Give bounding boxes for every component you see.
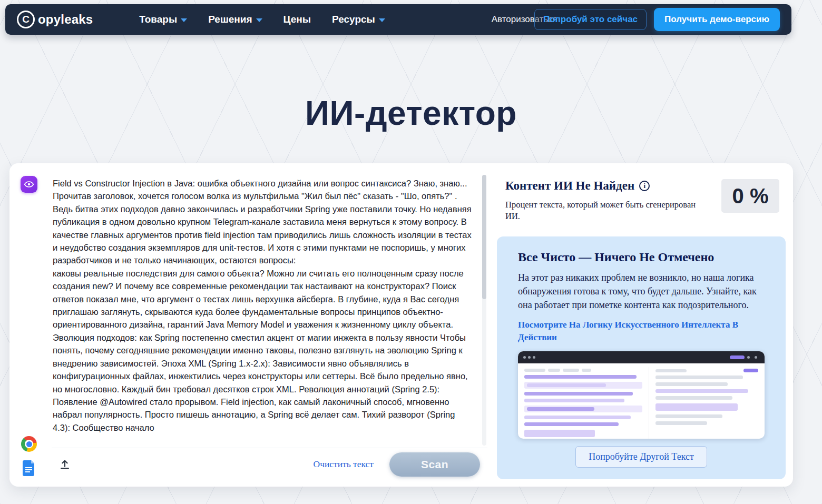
upload-file-button[interactable] <box>56 456 74 473</box>
main-nav: Товары Решения Цены Ресурсы <box>139 14 385 25</box>
mock-browser-bar <box>518 351 765 363</box>
get-demo-button[interactable]: Получить демо-версию <box>654 8 780 31</box>
chevron-down-icon <box>181 18 187 22</box>
ai-logic-link[interactable]: Посмотрите На Логику Искусственного Инте… <box>518 319 765 344</box>
ai-percent-value: 0 % <box>732 184 769 208</box>
results-header-text: Контент ИИ Не Найден i Процент текста, к… <box>505 179 721 223</box>
results-heading: Контент ИИ Не Найден <box>505 179 634 193</box>
clear-text-button[interactable]: Очистить текст <box>314 459 374 470</box>
upload-icon <box>59 459 71 470</box>
results-description: Процент текста, который может быть сгене… <box>505 199 712 223</box>
nav-item-label: Цены <box>283 14 311 25</box>
ai-detector-card: Field vs Constructor Injection в Java: о… <box>9 163 793 487</box>
try-now-button[interactable]: Попробуй это сейчас <box>534 9 647 30</box>
copyleaks-logo[interactable]: C opyleaks <box>17 11 93 28</box>
scan-button[interactable]: Scan <box>389 452 480 477</box>
try-another-text-button[interactable]: Попробуйте Другой Текст <box>575 446 707 468</box>
eye-icon <box>24 179 34 190</box>
nav-item-solutions[interactable]: Решения <box>208 14 262 25</box>
ai-percent-box: 0 % <box>721 179 779 213</box>
scrollbar-thumb[interactable] <box>482 175 486 299</box>
page-root: C opyleaks Товары Решения Цены Ресурсы А… <box>0 0 822 504</box>
textarea-wrap: Field vs Constructor Injection в Java: о… <box>52 173 487 448</box>
text-input[interactable]: Field vs Constructor Injection в Java: о… <box>52 173 487 448</box>
all-clear-card: Все Чисто — Ничего Не Отмечено На этот р… <box>497 236 786 479</box>
page-title: ИИ-детектор <box>0 94 822 133</box>
mock-browser-body <box>518 363 765 439</box>
nav-item-resources[interactable]: Ресурсы <box>332 14 385 25</box>
chrome-extension-icon[interactable] <box>21 436 37 452</box>
logo-c-icon: C <box>17 11 35 28</box>
nav-item-label: Решения <box>208 14 252 25</box>
results-header: Контент ИИ Не Найден i Процент текста, к… <box>497 175 786 223</box>
result-preview-image <box>518 351 765 439</box>
nav-item-label: Ресурсы <box>332 14 375 25</box>
google-docs-icon[interactable] <box>23 460 35 476</box>
all-clear-title: Все Чисто — Ничего Не Отмечено <box>518 250 765 264</box>
chevron-down-icon <box>256 18 262 22</box>
nav-item-pricing[interactable]: Цены <box>283 14 311 25</box>
navbar-actions: Авторизоваться Попробуй это сейчас Получ… <box>492 8 780 31</box>
scanner-text-panel: Field vs Constructor Injection в Java: о… <box>44 170 492 480</box>
logo-text: opyleaks <box>38 12 93 27</box>
preview-toggle-button[interactable] <box>21 176 37 193</box>
navbar: C opyleaks Товары Решения Цены Ресурсы А… <box>5 4 791 35</box>
icon-rail <box>14 170 44 480</box>
info-icon[interactable]: i <box>639 181 650 191</box>
chevron-down-icon <box>379 18 385 22</box>
textarea-scrollbar[interactable] <box>482 175 486 446</box>
all-clear-body: На этот раз никаких проблем не возникло,… <box>518 271 765 312</box>
integration-icons <box>21 436 37 476</box>
nav-item-label: Товары <box>139 14 177 25</box>
nav-item-products[interactable]: Товары <box>139 14 187 25</box>
scanner-footer: Очистить текст Scan <box>52 448 487 480</box>
results-panel: Контент ИИ Не Найден i Процент текста, к… <box>492 170 787 480</box>
